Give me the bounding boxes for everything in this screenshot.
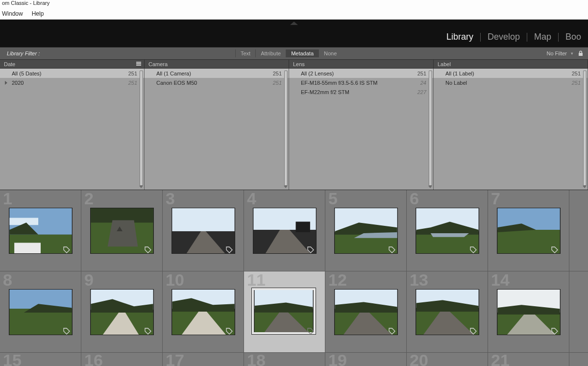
thumbnail-cell-partial[interactable] [569,353,588,366]
scroll-down-arrow-icon[interactable] [283,185,289,190]
tag-icon[interactable] [389,246,395,253]
filter-column-date: All (5 Dates)251 2020251 [0,69,145,190]
module-develop[interactable]: Develop [481,32,527,42]
tag-icon[interactable] [226,328,233,335]
module-library[interactable]: Library [440,32,480,42]
filter-tab-metadata[interactable]: Metadata [286,49,318,57]
thumbnail-cell[interactable]: 1 [0,190,81,271]
panel-collapse-arrow-icon[interactable] [290,22,298,25]
cell-index: 2 [84,190,94,207]
thumbnail-cell[interactable]: 18 [244,353,325,366]
thumbnail-cell[interactable]: 7 [488,190,569,271]
svg-rect-4 [14,243,41,253]
tag-icon[interactable] [145,246,151,253]
column-header-date[interactable]: Date [0,60,145,68]
cell-index: 19 [328,352,347,366]
filter-lock-icon[interactable] [577,50,584,57]
tag-icon[interactable] [226,246,233,253]
thumbnail-image[interactable] [252,288,316,334]
cell-index: 10 [166,271,184,288]
tag-icon[interactable] [307,246,314,253]
cell-index: 3 [166,190,175,207]
thumbnail-cell-partial[interactable] [569,190,588,271]
scroll-down-arrow-icon[interactable] [582,185,588,190]
thumbnail-cell[interactable]: 20 [407,353,488,366]
filter-tab-attribute[interactable]: Attribute [255,49,286,57]
menu-window[interactable]: Window [2,10,23,17]
column-scrollbar[interactable] [284,71,288,186]
column-scrollbar[interactable] [583,71,587,186]
column-header-lens[interactable]: Lens [289,60,434,68]
filter-tab-none[interactable]: None [318,49,342,57]
filter-row-lens-1[interactable]: EF-M18-55mm f/3.5-5.6 IS STM24 [289,78,433,87]
thumbnail-cell[interactable]: 4 [244,190,325,271]
filter-row-all-lenses[interactable]: All (2 Lenses)251 [289,69,433,78]
thumbnail-cell[interactable]: 2 [81,190,163,271]
filter-row-no-label[interactable]: No Label251 [434,78,588,87]
filter-row-year[interactable]: 2020251 [0,78,144,87]
tag-icon[interactable] [63,246,70,253]
window-title: om Classic - Library [0,0,588,8]
thumbnail-cell[interactable]: 17 [163,353,244,366]
menu-bar: Window Help [0,8,588,20]
cell-index: 16 [84,352,103,366]
thumbnail-cell[interactable]: 3 [163,190,244,271]
cell-index: 15 [3,352,22,366]
module-book[interactable]: Boo [559,32,588,42]
thumbnail-cell[interactable]: 13 [407,271,488,353]
thumbnail-cell[interactable]: 5 [325,190,407,271]
tag-icon[interactable] [63,328,70,335]
tag-icon[interactable] [470,328,477,335]
svg-rect-22 [416,235,478,253]
thumbnail-cell[interactable]: 21 [488,353,569,366]
filter-column-label: All (1 Label)251 No Label251 [434,69,588,190]
filter-row-camera-model[interactable]: Canon EOS M50251 [145,78,289,87]
tag-icon[interactable] [145,328,151,335]
filter-column-lens: All (2 Lenses)251 EF-M18-55mm f/3.5-5.6 … [289,69,434,190]
metadata-filter-body: All (5 Dates)251 2020251 All (1 Camera)2… [0,69,588,190]
menu-help[interactable]: Help [32,10,44,17]
svg-marker-23 [431,233,469,237]
thumbnail-cell[interactable]: 19 [325,353,407,366]
svg-rect-25 [497,230,560,253]
thumbnail-cell-selected[interactable]: 11 [244,271,325,353]
filter-row-lens-2[interactable]: EF-M22mm f/2 STM227 [289,87,433,97]
filter-preset-dropdown[interactable]: No Filter [546,50,569,56]
tag-icon[interactable] [551,246,558,253]
column-header-camera[interactable]: Camera [145,60,289,68]
cell-index: 8 [3,271,12,288]
svg-marker-7 [108,220,138,246]
library-filter-title: Library Filter : [0,50,235,56]
column-scrollbar[interactable] [140,71,143,186]
filter-row-all-labels[interactable]: All (1 Label)251 [434,69,588,78]
tag-icon[interactable] [470,246,477,253]
thumbnail-cell[interactable]: 14 [488,271,569,353]
cell-index: 13 [410,271,428,288]
column-header-label[interactable]: Label [434,60,588,68]
filter-row-all-cameras[interactable]: All (1 Camera)251 [145,69,289,78]
module-map[interactable]: Map [527,32,558,42]
cell-index: 14 [491,271,510,288]
thumbnail-cell[interactable]: 15 [0,353,81,366]
tag-icon[interactable] [389,328,395,335]
disclosure-triangle-icon[interactable] [5,81,7,85]
metadata-column-headers: Date Camera Lens Label [0,60,588,69]
thumbnail-cell[interactable]: 10 [163,271,244,353]
scroll-down-arrow-icon[interactable] [427,185,433,190]
thumbnail-cell-partial[interactable] [569,271,588,353]
module-picker-bar: Library Develop Map Boo [0,20,588,47]
thumbnail-cell[interactable]: 6 [407,190,488,271]
thumbnail-cell[interactable]: 8 [0,271,81,353]
column-scrollbar[interactable] [429,71,432,186]
dropdown-arrow-icon[interactable]: ▾ [569,51,575,56]
column-menu-icon[interactable] [136,62,141,66]
tag-icon[interactable] [551,328,558,335]
thumbnail-cell[interactable]: 16 [81,353,163,366]
filter-row-all-dates[interactable]: All (5 Dates)251 [0,69,144,78]
filter-column-camera: All (1 Camera)251 Canon EOS M50251 [145,69,289,190]
thumbnail-cell[interactable]: 12 [325,271,407,353]
tag-icon[interactable] [307,328,314,335]
scroll-down-arrow-icon[interactable] [138,185,144,190]
thumbnail-cell[interactable]: 9 [81,271,163,353]
filter-tab-text[interactable]: Text [235,49,255,57]
